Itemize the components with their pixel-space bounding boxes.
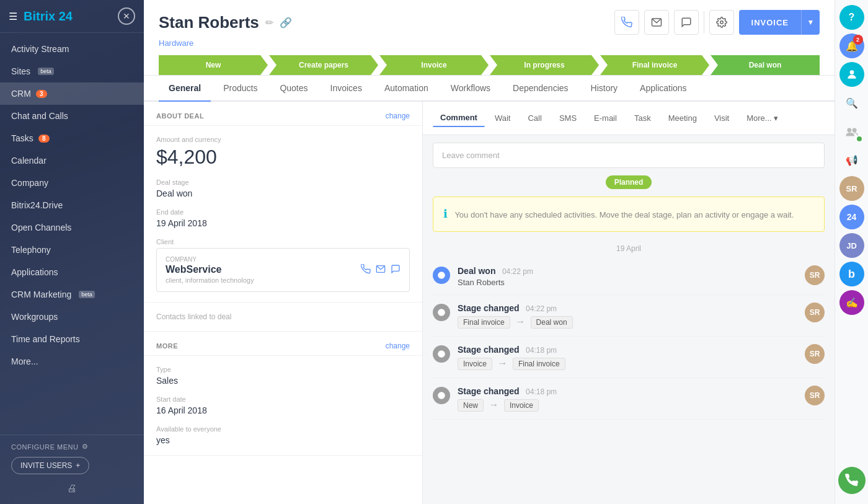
settings-button[interactable] bbox=[709, 10, 734, 35]
megaphone-button[interactable]: 📢 bbox=[839, 148, 864, 172]
sidebar-item-time-reports[interactable]: Time and Reports bbox=[0, 328, 144, 350]
end-date-label: End date bbox=[156, 208, 410, 216]
client-email-icon[interactable] bbox=[376, 264, 386, 276]
activity-tab-comment[interactable]: Comment bbox=[433, 109, 485, 127]
sidebar-item-crm[interactable]: CRM 3 bbox=[0, 82, 144, 105]
call-floating-button[interactable] bbox=[838, 467, 866, 494]
stage-final-invoice[interactable]: Final invoice bbox=[600, 55, 709, 75]
sidebar-item-tasks[interactable]: Tasks 8 bbox=[0, 127, 144, 149]
deal-name: Stan Roberts bbox=[159, 13, 259, 32]
activity-icon-stage-changed bbox=[433, 387, 450, 404]
more-change-link[interactable]: change bbox=[386, 342, 410, 350]
tab-products[interactable]: Products bbox=[213, 76, 267, 102]
link-icon[interactable]: 🔗 bbox=[280, 17, 292, 29]
sidebar-item-more[interactable]: More... bbox=[0, 350, 144, 373]
configure-menu-row[interactable]: CONFIGURE MENU ⚙ bbox=[11, 443, 133, 451]
sidebar-item-label: CRM bbox=[11, 89, 31, 99]
activity-tab-meeting[interactable]: Meeting bbox=[661, 110, 704, 126]
svg-point-7 bbox=[849, 70, 854, 74]
beta-badge: beta bbox=[38, 68, 54, 75]
users-group-button[interactable] bbox=[839, 119, 864, 144]
sidebar-item-sites[interactable]: Sites beta bbox=[0, 60, 144, 82]
sidebar-item-open-channels[interactable]: Open Channels bbox=[0, 216, 144, 239]
svg-point-1 bbox=[720, 21, 723, 24]
sidebar-item-telephony[interactable]: Telephony bbox=[0, 239, 144, 261]
header-actions: INVOICE ▼ bbox=[614, 10, 820, 35]
stage-new[interactable]: New bbox=[159, 55, 268, 75]
sidebar-item-drive[interactable]: Bitrix24.Drive bbox=[0, 194, 144, 216]
notifications-button[interactable]: 🔔 2 bbox=[839, 33, 864, 58]
activity-time: 04:18 pm bbox=[526, 346, 557, 355]
sidebar-item-company[interactable]: Company bbox=[0, 172, 144, 194]
stage-deal-won[interactable]: Deal won bbox=[711, 55, 820, 75]
close-icon: ✕ bbox=[123, 11, 130, 21]
tab-history[interactable]: History bbox=[581, 76, 628, 102]
stage-from: Invoice bbox=[458, 358, 492, 370]
activity-tab-call[interactable]: Call bbox=[520, 110, 549, 126]
stage-to: Deal won bbox=[531, 316, 573, 329]
help-button[interactable]: ? bbox=[839, 5, 864, 30]
client-name[interactable]: WebService bbox=[166, 264, 254, 275]
client-info: COMPANY WebService client, information t… bbox=[166, 256, 254, 284]
chevron-down-icon: ▾ bbox=[774, 113, 778, 123]
printer-icon[interactable]: 🖨 bbox=[11, 480, 133, 497]
close-button[interactable]: ✕ bbox=[118, 7, 135, 25]
activity-tab-more[interactable]: More... ▾ bbox=[739, 110, 786, 126]
invoice-main-button[interactable]: INVOICE bbox=[739, 10, 801, 35]
search-button[interactable]: 🔍 bbox=[839, 91, 864, 115]
contacts-section: Contacts linked to deal bbox=[144, 303, 422, 332]
activity-tab-task[interactable]: Task bbox=[627, 110, 658, 126]
sidebar-footer: CONFIGURE MENU ⚙ INVITE USERS + 🖨 bbox=[0, 435, 144, 504]
tab-automation[interactable]: Automation bbox=[374, 76, 438, 102]
stage-invoice[interactable]: Invoice bbox=[379, 55, 489, 75]
tab-applications[interactable]: Applications bbox=[630, 76, 697, 102]
activity-feed: Deal won 04:22 pm Stan Roberts SR Stage bbox=[423, 258, 835, 420]
about-deal-change-link[interactable]: change bbox=[386, 112, 410, 120]
activity-tab-visit[interactable]: Visit bbox=[707, 110, 737, 126]
sidebar-item-applications[interactable]: Applications bbox=[0, 261, 144, 283]
activity-tab-sms[interactable]: SMS bbox=[552, 110, 584, 126]
tab-invoices[interactable]: Invoices bbox=[321, 76, 372, 102]
arrow-icon: → bbox=[489, 399, 498, 410]
tab-quotes[interactable]: Quotes bbox=[270, 76, 317, 102]
main-header: Stan Roberts ✏ 🔗 INVOICE bbox=[144, 0, 835, 76]
call-button[interactable] bbox=[614, 10, 639, 35]
edit-icon[interactable]: ✏ bbox=[265, 17, 273, 29]
crm-badge: 3 bbox=[36, 90, 47, 98]
client-chat-icon[interactable] bbox=[391, 264, 401, 276]
crm-shortcut-button[interactable] bbox=[839, 62, 864, 87]
sidebar-item-chat-calls[interactable]: Chat and Calls bbox=[0, 105, 144, 127]
stage-in-progress[interactable]: In progress bbox=[490, 55, 599, 75]
hamburger-icon[interactable]: ☰ bbox=[9, 11, 17, 22]
sidebar-item-workgroups[interactable]: Workgroups bbox=[0, 306, 144, 328]
activity-item: Stage changed 04:18 pm Invoice → Final i… bbox=[433, 337, 825, 378]
tab-dependencies[interactable]: Dependencies bbox=[503, 76, 578, 102]
client-call-icon[interactable] bbox=[361, 264, 371, 276]
activity-tab-wait[interactable]: Wait bbox=[487, 110, 518, 126]
planned-badge: Planned bbox=[606, 175, 652, 189]
avatar: SR bbox=[805, 344, 825, 364]
client-company-label: COMPANY bbox=[166, 256, 254, 263]
sidebar-item-label: Calendar bbox=[11, 156, 46, 166]
activity-tab-email[interactable]: E-mail bbox=[587, 110, 624, 126]
activity-icon-stage-changed bbox=[433, 304, 450, 321]
avatar-sr[interactable]: SR bbox=[839, 176, 864, 201]
letter-b-avatar[interactable]: b bbox=[839, 262, 864, 286]
tab-general[interactable]: General bbox=[159, 76, 211, 102]
comment-input[interactable]: Leave comment bbox=[433, 143, 825, 168]
sidebar-item-calendar[interactable]: Calendar bbox=[0, 149, 144, 172]
chat-button[interactable] bbox=[674, 10, 699, 35]
invite-users-button[interactable]: INVITE USERS + bbox=[11, 457, 89, 474]
avatar-jd[interactable]: JD bbox=[839, 233, 864, 258]
stage-create-papers[interactable]: Create papers bbox=[269, 55, 378, 75]
tab-workflows[interactable]: Workflows bbox=[441, 76, 500, 102]
sidebar-item-crm-marketing[interactable]: CRM Marketing beta bbox=[0, 283, 144, 306]
client-label: Client bbox=[156, 238, 410, 245]
sidebar-item-activity-stream[interactable]: Activity Stream bbox=[0, 38, 144, 60]
email-button[interactable] bbox=[644, 10, 669, 35]
script-avatar[interactable]: ✍ bbox=[839, 290, 864, 315]
sidebar-item-label: Applications bbox=[11, 267, 58, 277]
bitrix24-button[interactable]: 24 bbox=[839, 205, 864, 229]
client-card: COMPANY WebService client, information t… bbox=[156, 248, 410, 292]
invoice-dropdown-button[interactable]: ▼ bbox=[801, 10, 820, 35]
